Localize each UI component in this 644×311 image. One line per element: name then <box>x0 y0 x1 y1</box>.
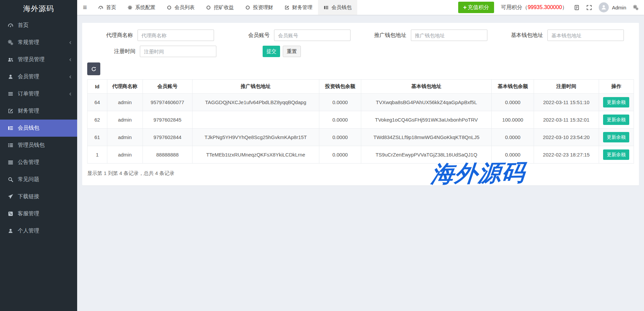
tab-label: 会员钱包 <box>331 4 352 11</box>
field-label: 推广钱包地址 <box>361 32 411 39</box>
circle-icon <box>167 5 172 10</box>
table-row: 61admin9797602844TJkPNg5YH9VYhQe8Scg25hG… <box>88 129 634 146</box>
user-icon <box>7 228 14 234</box>
sidebar-item-0[interactable]: 首页 <box>0 17 77 34</box>
submit-button[interactable]: 提交 <box>263 46 280 57</box>
sidebar-item-8[interactable]: 公告管理 <box>0 154 77 171</box>
column-header-2: 会员账号 <box>143 80 192 94</box>
cell-agent_name: admin <box>107 129 143 146</box>
sidebar-item-label: 管理员管理 <box>18 56 45 63</box>
filter-input-0[interactable] <box>138 30 214 41</box>
filter-input-1[interactable] <box>274 30 351 41</box>
filter-buttons: 提交 重置 <box>226 46 366 57</box>
cell-promo_wallet: TTeMEb1tzxRUMneqzQKFsX8YkiLCDkLrne <box>192 146 319 164</box>
sidebar-item-11[interactable]: 客服管理 <box>0 205 77 222</box>
sidebar-item-7[interactable]: 管理员钱包 <box>0 137 77 154</box>
register-time-input[interactable] <box>140 46 216 57</box>
cell-basic_wallet: TWd834ZSLLf9p18mwWG4NGoKkqKT8QnLJ5 <box>361 129 492 146</box>
update-balance-button[interactable]: 更新余额 <box>603 115 629 125</box>
cell-agent_name: admin <box>107 111 143 129</box>
cell-id: 64 <box>88 94 107 111</box>
edit-icon <box>284 5 289 10</box>
tab-6[interactable]: 会员钱包 <box>318 0 357 15</box>
wallet-icon <box>7 125 14 131</box>
sidebar-menu: 首页常规管理管理员管理会员管理订单管理财务管理会员钱包管理员钱包公告管理常见问题… <box>0 17 77 239</box>
available-points: 可用积分（99935.300000） <box>501 4 567 11</box>
edit-icon <box>7 108 14 114</box>
sidebar-item-label: 管理员钱包 <box>18 142 45 149</box>
refresh-icon <box>91 66 96 72</box>
reset-button[interactable]: 重置 <box>283 46 301 57</box>
settings-icon[interactable] <box>633 5 639 10</box>
phone-icon <box>7 211 14 217</box>
wallet-table: Id代理商名称会员账号推广钱包地址投资钱包余额基本钱包地址基本钱包余额注册时间操… <box>87 79 634 164</box>
update-balance-button[interactable]: 更新余额 <box>603 132 629 142</box>
cell-invest_balance: 0.0000 <box>319 129 361 146</box>
sidebar-item-label: 常规管理 <box>18 39 39 46</box>
cell-action: 更新余额 <box>599 146 634 164</box>
panel-card: 代理商名称会员账号推广钱包地址基本钱包地址 注册时间 提交 重置 <box>82 23 639 185</box>
person-icon <box>601 4 607 10</box>
sidebar-item-label: 会员钱包 <box>18 125 39 132</box>
cell-action: 更新余额 <box>599 94 634 111</box>
tab-label: 系统配置 <box>135 4 155 11</box>
filter-input-2[interactable] <box>411 30 487 41</box>
update-balance-button[interactable]: 更新余额 <box>603 97 629 107</box>
cell-id: 62 <box>88 111 107 129</box>
cell-member_account: 9797602844 <box>143 129 192 146</box>
column-header-4: 投资钱包余额 <box>319 80 361 94</box>
sidebar-item-2[interactable]: 管理员管理 <box>0 51 77 68</box>
column-header-3: 推广钱包地址 <box>192 80 319 94</box>
cell-basic_wallet: TVokeg1oCQ4GsFHj591WK3aUxbonhPoTRV <box>361 111 492 129</box>
sidebar-item-label: 订单管理 <box>18 90 39 97</box>
filter-input-3[interactable] <box>547 30 624 41</box>
refresh-button[interactable] <box>87 62 100 75</box>
user-icon <box>7 74 14 80</box>
sidebar-item-9[interactable]: 常见问题 <box>0 171 77 188</box>
table-row: 64admin957974606077TAGGDQjNXCJe1ufv64Pbd… <box>88 94 634 111</box>
tab-5[interactable]: 财务管理 <box>279 0 318 15</box>
fullscreen-icon[interactable] <box>586 5 592 10</box>
tab-4[interactable]: 投资理财 <box>239 0 279 15</box>
sidebar-item-10[interactable]: 下载链接 <box>0 188 77 205</box>
align-icon <box>7 160 14 165</box>
points-value: 99935.300000 <box>528 4 562 10</box>
field-label: 注册时间 <box>87 48 140 55</box>
filter-field-0: 代理商名称 <box>87 30 224 41</box>
sidebar-item-5[interactable]: 财务管理 <box>0 102 77 120</box>
recharge-points-button[interactable]: +充值积分 <box>458 2 494 13</box>
tab-3[interactable]: 挖矿收益 <box>200 0 239 15</box>
sidebar-item-1[interactable]: 常规管理 <box>0 34 77 51</box>
sidebar-toggle-icon[interactable]: ≡ <box>77 0 93 15</box>
main-area: ≡ 首页系统配置会员列表挖矿收益投资理财财务管理会员钱包 +充值积分 可用积分（… <box>77 0 644 311</box>
cell-promo_wallet: TAGGDQjNXCJe1ufv64PbdLBZ8yqqBQdapg <box>192 94 319 111</box>
cell-basic_balance: 0.0000 <box>492 129 534 146</box>
cell-member_account: 9797602845 <box>143 111 192 129</box>
user-menu[interactable]: Admin <box>599 2 626 12</box>
document-icon[interactable] <box>574 5 580 10</box>
sidebar-item-label: 财务管理 <box>18 107 39 115</box>
chevron-left-icon <box>68 75 72 79</box>
column-header-0: Id <box>88 80 107 94</box>
field-label: 基本钱包地址 <box>497 32 548 39</box>
filter-field-1: 会员账号 <box>224 30 361 41</box>
tab-1[interactable]: 系统配置 <box>122 0 161 15</box>
cell-basic_wallet: TVXwqba8sBG4PAhUX56kkZ4qaGpApBxf5L <box>361 94 492 111</box>
sidebar-item-label: 公告管理 <box>18 159 39 166</box>
tab-0[interactable]: 首页 <box>93 0 122 15</box>
sidebar-item-6[interactable]: 会员钱包 <box>0 120 77 137</box>
sidebar-item-label: 个人管理 <box>18 227 39 234</box>
tab-2[interactable]: 会员列表 <box>161 0 200 15</box>
cell-register_time: 2022-02-23 18:27:15 <box>534 146 599 164</box>
sidebar-item-4[interactable]: 订单管理 <box>0 85 77 102</box>
plus-icon: + <box>463 4 467 10</box>
cell-register_time: 2022-03-10 23:54:20 <box>534 129 599 146</box>
sidebar-item-3[interactable]: 会员管理 <box>0 68 77 85</box>
cell-action: 更新余额 <box>599 111 634 129</box>
tab-label: 首页 <box>106 4 116 11</box>
cell-promo_wallet: TJkPNg5YH9VYhQe8Scg25hGvkmKAp8r15T <box>192 129 319 146</box>
sidebar-item-12[interactable]: 个人管理 <box>0 222 77 239</box>
sidebar-item-label: 常见问题 <box>18 176 39 183</box>
update-balance-button[interactable]: 更新余额 <box>603 149 629 160</box>
table-header-row: Id代理商名称会员账号推广钱包地址投资钱包余额基本钱包地址基本钱包余额注册时间操… <box>88 80 634 94</box>
